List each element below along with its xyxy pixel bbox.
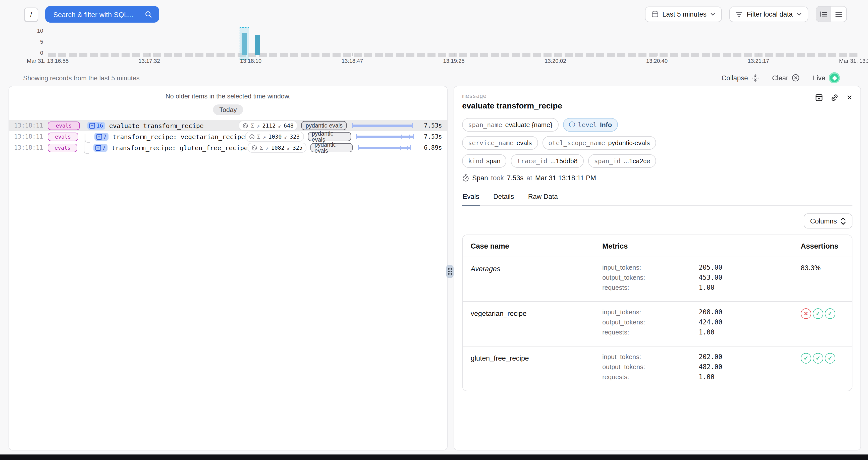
sigma-icon: Σ (260, 144, 263, 151)
x-tick: 13:21:17 (748, 58, 769, 64)
attribute-tag[interactable]: span_name evaluate {name} (462, 118, 558, 132)
metric-label: input_tokens: (602, 353, 699, 361)
assertion-pass-icon[interactable] (813, 308, 823, 319)
live-indicator-icon[interactable] (829, 72, 840, 84)
trace-row[interactable]: 13:18:11 evals − 16 evaluate transform_r… (9, 120, 447, 131)
duration-text: 7.53s (417, 122, 442, 129)
histogram-bar[interactable] (255, 35, 260, 55)
trace-row[interactable]: 13:18:11 evals + 7 transform_recipe: veg… (9, 131, 447, 142)
attribute-tag[interactable]: otel_scope_name pydantic-evals (542, 136, 656, 150)
case-name: gluten_free_recipe (471, 353, 602, 362)
tab-raw-data[interactable]: Raw Data (528, 190, 559, 205)
collapse-label: Collapse (721, 74, 748, 81)
span-message[interactable]: evaluate transform_recipe (109, 122, 204, 129)
y-tick: 5 (40, 39, 43, 45)
tree-view-button[interactable] (816, 6, 831, 22)
tag-key: kind (468, 157, 483, 165)
trace-list-panel: No older items in the selected time wind… (8, 86, 447, 451)
took-word: took (491, 174, 504, 182)
expand-box-icon: + (95, 145, 101, 151)
collapse-children-toggle[interactable]: − 16 (87, 122, 105, 129)
evals-tag-badge[interactable]: evals (48, 132, 79, 141)
time-range-select[interactable]: Last 5 minutes (645, 6, 722, 22)
chevron-down-icon (797, 12, 802, 16)
metric-label: input_tokens: (602, 308, 699, 316)
scope-badge[interactable]: pydantic-evals (302, 121, 347, 130)
assertion-fail-icon[interactable] (801, 308, 811, 319)
panel-resize-handle[interactable] (446, 265, 454, 278)
columns-button[interactable]: Columns (803, 213, 852, 229)
span-message[interactable]: transform_recipe: vegetarian_recipe (113, 133, 245, 140)
filter-local-data-select[interactable]: Filter local data (730, 6, 808, 22)
info-icon: ⓘ (569, 121, 575, 129)
attribute-tag[interactable]: span_id ...1ca2ce (588, 154, 656, 168)
expand-children-toggle[interactable]: + 7 (94, 133, 108, 140)
metric-value: 424.00 (699, 318, 801, 326)
today-date-pill: Today (213, 104, 243, 115)
trace-row[interactable]: 13:18:11 evals + 7 transform_recipe: glu… (9, 142, 447, 153)
view-mode-toggle (816, 6, 847, 22)
attribute-tag[interactable]: trace_id ...15ddb8 (511, 154, 584, 168)
token-metrics-pill[interactable]: Σ ↗ 1082 ↙ 325 (248, 143, 306, 153)
histogram-plot-area[interactable] (48, 31, 860, 55)
showing-records-text: Showing records from the last 5 minutes (23, 74, 140, 81)
dock-panel-icon[interactable] (815, 94, 823, 101)
y-tick: 0 (40, 50, 43, 56)
duration-bar (358, 144, 415, 151)
x-tick: 13:18:10 (240, 58, 262, 64)
received-arrow-icon: ↙ (284, 134, 287, 139)
scope-badge[interactable]: pydantic-evals (310, 143, 352, 152)
copy-link-icon[interactable] (831, 94, 839, 101)
trace-timestamp: 13:18:11 (14, 144, 43, 151)
token-metrics-pill[interactable]: Σ ↗ 1030 ↙ 323 (245, 132, 304, 142)
time-range-label: Last 5 minutes (662, 10, 707, 18)
input-tokens-count: 1082 (271, 144, 285, 151)
metric-label: requests: (602, 328, 699, 336)
list-view-icon (835, 11, 842, 17)
filter-icon (736, 11, 743, 17)
clear-circle-x-icon (792, 74, 800, 82)
assertion-pass-icon[interactable] (813, 353, 823, 364)
attribute-tag[interactable]: service_name evals (462, 136, 538, 150)
calendar-icon (651, 10, 658, 18)
no-older-items-text: No older items in the selected time wind… (9, 92, 447, 100)
expand-children-toggle[interactable]: + 7 (93, 144, 107, 152)
evals-tag-badge[interactable]: evals (48, 143, 78, 152)
assertion-pass-icon[interactable] (825, 308, 835, 319)
search-button[interactable]: Search & filter with SQL... (45, 6, 159, 23)
span-message[interactable]: transform_recipe: gluten_free_recipe (112, 144, 248, 152)
tab-evals[interactable]: Evals (462, 190, 480, 206)
table-row[interactable]: Averages input_tokens:205.00 output_toke… (463, 257, 852, 302)
message-field-label: message (462, 92, 852, 99)
list-view-button[interactable] (831, 6, 846, 22)
tag-key: span_name (468, 121, 502, 129)
child-count: 7 (102, 144, 105, 151)
collapse-button[interactable]: Collapse (721, 74, 759, 81)
duration-text: 7.53s (418, 133, 442, 140)
metric-label: output_tokens: (602, 274, 699, 281)
table-row[interactable]: vegetarian_recipe input_tokens:208.00 ou… (463, 302, 852, 347)
tab-details[interactable]: Details (493, 190, 515, 205)
evals-tag-badge[interactable]: evals (48, 121, 80, 130)
span-detail-title: evaluate transform_recipe (462, 101, 852, 110)
sent-arrow-icon: ↗ (266, 145, 269, 151)
scope-badge[interactable]: pydantic-evals (308, 132, 351, 141)
span-word: Span (472, 174, 488, 182)
col-case-name: Case name (471, 242, 602, 250)
metric-value: 1.00 (699, 373, 801, 381)
attribute-tag[interactable]: kind span (462, 154, 506, 168)
span-duration-summary: Span took 7.53s at Mar 31 13:18:11 PM (462, 174, 852, 182)
clear-button[interactable]: Clear (772, 74, 800, 82)
slash-shortcut-key[interactable]: / (24, 7, 38, 21)
level-tag[interactable]: ⓘ level Info (563, 118, 618, 132)
close-panel-icon[interactable]: ✕ (847, 93, 852, 101)
live-toggle[interactable]: Live (813, 72, 840, 84)
x-tick: 13:20:40 (646, 58, 668, 64)
assertion-pass-icon[interactable] (801, 353, 811, 364)
at-word: at (526, 174, 532, 182)
metric-label: output_tokens: (602, 318, 699, 326)
assertion-pass-icon[interactable] (825, 353, 835, 364)
detail-tabs: Evals Details Raw Data (462, 190, 852, 206)
token-metrics-pill[interactable]: Σ ↗ 2112 ↙ 648 (239, 121, 298, 131)
table-row[interactable]: gluten_free_recipe input_tokens:202.00 o… (463, 347, 852, 391)
